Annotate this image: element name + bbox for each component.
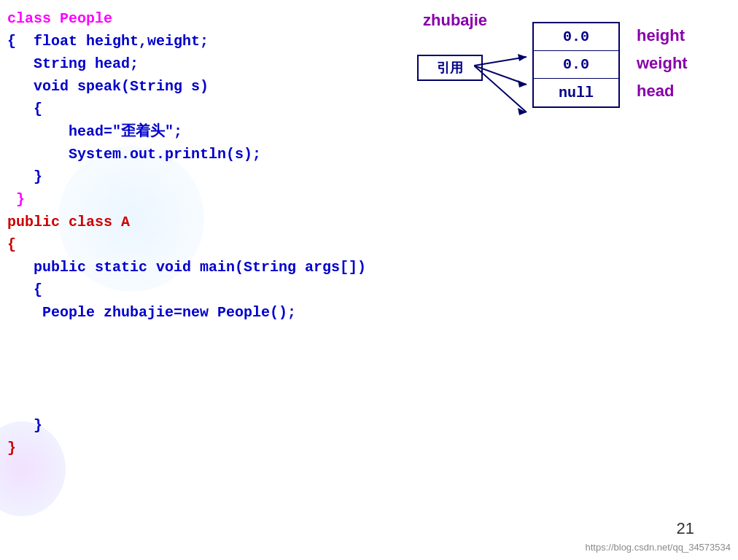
url-text: https://blog.csdn.net/qq_34573534 [586,542,731,553]
field-labels: height weight head [631,22,688,105]
code-line-12: public static void main(String args[]) [7,256,366,279]
label-head: head [631,77,688,105]
code-line-8: } [7,166,366,188]
code-line-20: } [7,437,366,459]
code-line-11: { [7,233,366,256]
code-line-4: void speak(String s) [7,75,366,98]
code-block: class People { float height,weight; Stri… [7,7,366,459]
code-line-18 [7,392,366,414]
code-line-15 [7,324,366,346]
code-line-16 [7,346,366,369]
code-line-19: } [7,414,366,437]
code-line-5: { [7,98,366,120]
code-line-17 [7,369,366,392]
field-weight-value: 0.0 [534,51,618,79]
code-line-6: head="歪着头"; [7,120,366,143]
code-line-13: { [7,279,366,301]
variable-label: zhubajie [423,11,487,30]
code-line-3: String head; [7,52,366,75]
field-head-value: null [534,79,618,106]
page-number: 21 [677,519,694,538]
svg-marker-1 [518,54,527,61]
arrows-svg [474,51,540,146]
code-line-7: System.out.println(s); [7,143,366,166]
svg-line-4 [474,66,527,112]
code-line-1: class People [7,7,366,30]
reference-box: 引用 [417,55,483,81]
code-line-14: People zhubajie=new People(); [7,301,366,324]
fields-box: 0.0 0.0 null [532,22,620,108]
label-height: height [631,22,688,50]
code-line-10: public class A [7,211,366,233]
code-line-9: } [7,188,366,211]
label-weight: weight [631,50,688,77]
code-line-2: { float height,weight; [7,30,366,52]
field-height-value: 0.0 [534,23,618,51]
